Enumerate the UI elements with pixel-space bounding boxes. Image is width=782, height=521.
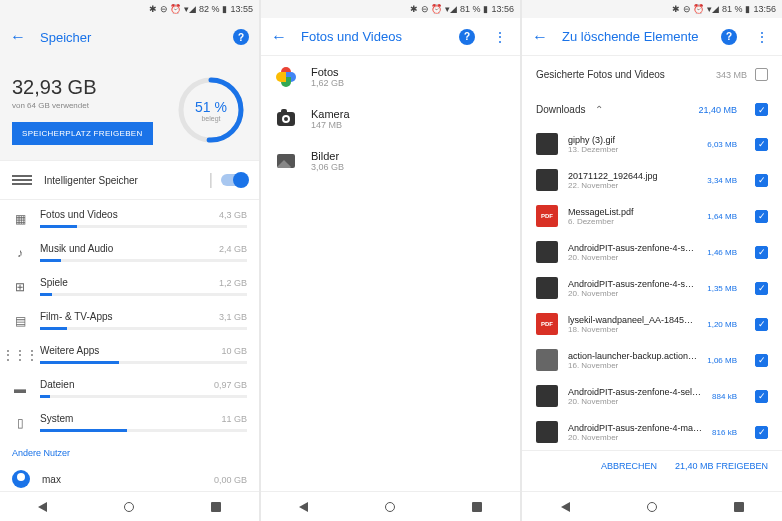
- nav-recent[interactable]: [472, 502, 482, 512]
- category-row[interactable]: ▯ System11 GB: [0, 404, 259, 438]
- category-row[interactable]: ⊞ Spiele1,2 GB: [0, 268, 259, 302]
- user-row[interactable]: max0,00 GB: [0, 462, 259, 491]
- back-icon[interactable]: ←: [10, 28, 26, 46]
- statusbar: ✱ ⊖ ⏰ ▾◢ 82 % ▮ 13:55: [0, 0, 259, 18]
- phone-delete: ✱ ⊖ ⏰ ▾◢81 %▮13:56 ← Zu löschende Elemen…: [522, 0, 782, 521]
- appbar: ← Speicher ?: [0, 18, 259, 56]
- user-name: max: [42, 474, 61, 485]
- category-icon: ⋮⋮⋮: [12, 347, 28, 363]
- smart-storage-row[interactable]: Intelligenter Speicher |: [0, 160, 259, 200]
- media-row[interactable]: Bilder3,06 GB: [261, 140, 520, 182]
- checkbox[interactable]: ✓: [755, 246, 768, 259]
- file-thumb: [536, 169, 558, 191]
- category-icon: ▤: [12, 313, 28, 329]
- ring-pct: 51 %: [195, 99, 227, 115]
- free-space-button[interactable]: SPEICHERPLATZ FREIGEBEN: [12, 122, 153, 145]
- downloads-section[interactable]: Downloads ⌃ 21,40 MB ✓: [522, 93, 782, 126]
- checkbox[interactable]: ✓: [755, 390, 768, 403]
- content: Fotos1,62 GB Kamera147 MB Bilder3,06 GB: [261, 56, 520, 491]
- storage-hero: 32,93 GB von 64 GB verwendet SPEICHERPLA…: [0, 56, 259, 160]
- checkbox[interactable]: ✓: [755, 282, 768, 295]
- checkbox[interactable]: ✓: [755, 174, 768, 187]
- category-size: 4,3 GB: [219, 210, 247, 220]
- navbar: [0, 491, 259, 521]
- free-button[interactable]: 21,40 MB FREIGEBEN: [675, 461, 768, 471]
- media-size: 147 MB: [311, 120, 350, 130]
- category-icon: ⊞: [12, 279, 28, 295]
- checkbox[interactable]: ✓: [755, 426, 768, 439]
- other-users-label: Andere Nutzer: [0, 438, 259, 462]
- category-name: Spiele: [40, 277, 68, 288]
- help-icon[interactable]: ?: [459, 29, 475, 45]
- ring-label: belegt: [195, 115, 227, 122]
- file-size: 816 kB: [712, 428, 737, 437]
- checkbox[interactable]: ✓: [755, 354, 768, 367]
- media-icon: [275, 150, 297, 172]
- nav-recent[interactable]: [211, 502, 221, 512]
- checkbox[interactable]: ✓: [755, 210, 768, 223]
- phone-storage: ✱ ⊖ ⏰ ▾◢ 82 % ▮ 13:55 ← Speicher ? 32,93…: [0, 0, 259, 521]
- statusbar: ✱ ⊖ ⏰ ▾◢81 %▮13:56: [261, 0, 520, 18]
- nav-back[interactable]: [299, 502, 308, 512]
- checkbox[interactable]: ✓: [755, 103, 768, 116]
- file-row[interactable]: AndroidPIT-asus-zenfone-4-selfie-pro-288…: [522, 234, 782, 270]
- media-name: Bilder: [311, 150, 344, 162]
- backed-up-row[interactable]: Gesicherte Fotos und Videos 343 MB: [522, 56, 782, 93]
- nav-home[interactable]: [385, 502, 395, 512]
- file-row[interactable]: 20171122_192644.jpg22. November 3,34 MB …: [522, 162, 782, 198]
- category-row[interactable]: ⋮⋮⋮ Weitere Apps10 GB: [0, 336, 259, 370]
- total-storage: von 64 GB verwendet: [12, 101, 167, 110]
- file-thumb: [536, 133, 558, 155]
- page-title: Zu löschende Elemente: [562, 29, 707, 44]
- file-size: 1,06 MB: [707, 356, 737, 365]
- status-icons: ✱ ⊖ ⏰ ▾◢: [149, 4, 196, 14]
- category-name: Dateien: [40, 379, 74, 390]
- cancel-button[interactable]: ABBRECHEN: [601, 461, 657, 471]
- nav-home[interactable]: [124, 502, 134, 512]
- category-row[interactable]: ▦ Fotos und Videos4,3 GB: [0, 200, 259, 234]
- back-icon[interactable]: ←: [271, 28, 287, 46]
- file-size: 884 kB: [712, 392, 737, 401]
- nav-recent[interactable]: [734, 502, 744, 512]
- avatar-icon: [12, 470, 30, 488]
- nav-back[interactable]: [38, 502, 47, 512]
- category-row[interactable]: ♪ Musik und Audio2,4 GB: [0, 234, 259, 268]
- category-row[interactable]: ▬ Dateien0,97 GB: [0, 370, 259, 404]
- file-date: 6. Dezember: [568, 217, 697, 226]
- category-name: Musik und Audio: [40, 243, 113, 254]
- media-row[interactable]: Fotos1,62 GB: [261, 56, 520, 98]
- content: 32,93 GB von 64 GB verwendet SPEICHERPLA…: [0, 56, 259, 491]
- overflow-icon[interactable]: ⋮: [751, 29, 772, 45]
- nav-back[interactable]: [561, 502, 570, 512]
- file-size: 6,03 MB: [707, 140, 737, 149]
- back-icon[interactable]: ←: [532, 28, 548, 46]
- category-name: Fotos und Videos: [40, 209, 118, 220]
- backed-up-size: 343 MB: [716, 70, 747, 80]
- category-name: System: [40, 413, 73, 424]
- checkbox[interactable]: [755, 68, 768, 81]
- file-row[interactable]: PDF lysekil-wandpaneel_AA-1845310-1_pub.…: [522, 306, 782, 342]
- file-row[interactable]: AndroidPIT-asus-zenfone-4-selfie-pro-287…: [522, 270, 782, 306]
- file-name: giphy (3).gif: [568, 135, 697, 145]
- checkbox[interactable]: ✓: [755, 138, 768, 151]
- category-size: 2,4 GB: [219, 244, 247, 254]
- checkbox[interactable]: ✓: [755, 318, 768, 331]
- usage-ring: 51 %belegt: [175, 74, 247, 146]
- help-icon[interactable]: ?: [721, 29, 737, 45]
- file-row[interactable]: action-launcher-backup.action3backup16. …: [522, 342, 782, 378]
- file-name: AndroidPIT-asus-zenfone-4-selfie-pro-276…: [568, 387, 702, 397]
- smart-storage-toggle[interactable]: [221, 174, 247, 186]
- file-row[interactable]: AndroidPIT-asus-zenfone-4-max-4247.jpg20…: [522, 414, 782, 450]
- file-row[interactable]: AndroidPIT-asus-zenfone-4-selfie-pro-276…: [522, 378, 782, 414]
- help-icon[interactable]: ?: [233, 29, 249, 45]
- category-icon: ▬: [12, 381, 28, 397]
- category-icon: ▯: [12, 415, 28, 431]
- category-size: 11 GB: [221, 414, 247, 424]
- category-row[interactable]: ▤ Film- & TV-Apps3,1 GB: [0, 302, 259, 336]
- media-icon: [275, 66, 297, 88]
- overflow-icon[interactable]: ⋮: [489, 29, 510, 45]
- file-row[interactable]: giphy (3).gif13. Dezember 6,03 MB ✓: [522, 126, 782, 162]
- file-row[interactable]: PDF MessageList.pdf6. Dezember 1,64 MB ✓: [522, 198, 782, 234]
- nav-home[interactable]: [647, 502, 657, 512]
- media-row[interactable]: Kamera147 MB: [261, 98, 520, 140]
